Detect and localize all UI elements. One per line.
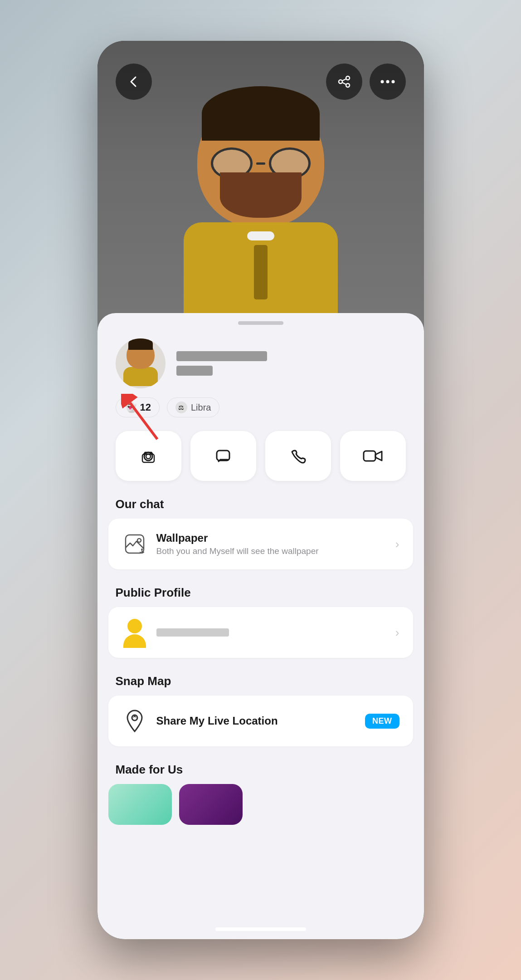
mini-bitmoji: [118, 341, 163, 386]
made-for-us-header: Made for Us: [97, 763, 424, 784]
more-options-button[interactable]: [370, 64, 406, 100]
wallpaper-chevron: ›: [395, 537, 399, 551]
svg-point-7: [391, 80, 394, 83]
public-profile-header: Public Profile: [97, 586, 424, 607]
our-chat-header: Our chat: [97, 497, 424, 519]
svg-point-2: [346, 83, 350, 87]
mini-head: [127, 341, 155, 369]
badges-container: 👻 12 ⚖ Libra: [97, 397, 424, 431]
home-bar: [215, 927, 306, 931]
made-item-1[interactable]: [108, 784, 172, 825]
phone-frame: 👻 12 ⚖ Libra: [97, 41, 424, 939]
red-arrow-annotation: [121, 394, 162, 444]
svg-point-16: [141, 549, 143, 550]
snap-map-header: Snap Map: [97, 674, 424, 696]
bitmoji-avatar-large: [166, 68, 356, 322]
yellow-head: [127, 619, 142, 633]
made-for-us-items: [97, 784, 424, 825]
mini-body: [123, 367, 158, 386]
video-button[interactable]: [340, 431, 406, 481]
svg-point-5: [380, 80, 384, 83]
bitmoji-beard: [220, 172, 302, 218]
profile-info: [176, 351, 406, 376]
glass-bridge: [256, 162, 265, 165]
yellow-body: [123, 634, 146, 648]
public-profile-icon: [122, 620, 147, 645]
public-profile-content: [156, 628, 386, 637]
svg-point-1: [339, 80, 342, 83]
top-navigation: [97, 64, 424, 100]
share-location-title: Share My Live Location: [156, 715, 356, 727]
wallpaper-item[interactable]: Wallpaper Both you and Myself will see t…: [108, 519, 413, 569]
made-item-2[interactable]: [179, 784, 243, 825]
public-profile-blur: [156, 628, 229, 637]
svg-point-9: [144, 452, 152, 461]
content-panel: 👻 12 ⚖ Libra: [97, 313, 424, 939]
name-blur-2: [176, 366, 213, 376]
name-blur-1: [176, 351, 267, 361]
share-button[interactable]: [326, 64, 362, 100]
drag-handle[interactable]: [238, 321, 283, 325]
svg-rect-13: [364, 451, 375, 461]
bitmoji-head: [197, 95, 324, 227]
avatar: [116, 338, 166, 388]
public-profile-item[interactable]: ›: [108, 607, 413, 658]
yellow-avatar: [123, 619, 146, 646]
back-button[interactable]: [116, 64, 152, 100]
new-badge: NEW: [365, 714, 399, 729]
profile-section: [97, 325, 424, 397]
bitmoji-body: [184, 222, 338, 322]
top-right-buttons: [326, 64, 406, 100]
wallpaper-subtitle: Both you and Myself will see the wallpap…: [156, 546, 386, 556]
svg-point-0: [346, 76, 350, 80]
svg-line-4: [342, 83, 346, 84]
share-location-item[interactable]: Share My Live Location NEW: [108, 696, 413, 746]
svg-point-15: [137, 539, 141, 542]
zodiac-label: Libra: [191, 402, 211, 413]
wallpaper-content: Wallpaper Both you and Myself will see t…: [156, 532, 386, 556]
chat-button[interactable]: [190, 431, 256, 481]
svg-point-10: [146, 454, 151, 459]
location-icon: [122, 708, 147, 734]
svg-point-6: [386, 80, 389, 83]
public-profile-chevron: ›: [395, 626, 399, 640]
svg-line-3: [342, 79, 346, 81]
wallpaper-icon: [122, 531, 147, 557]
avatar-background: [97, 41, 424, 349]
zodiac-badge[interactable]: ⚖ Libra: [167, 397, 219, 417]
share-location-content: Share My Live Location: [156, 715, 356, 727]
wallpaper-title: Wallpaper: [156, 532, 386, 544]
blurred-name: [176, 351, 406, 376]
call-button[interactable]: [265, 431, 331, 481]
zodiac-icon: ⚖: [175, 402, 187, 413]
